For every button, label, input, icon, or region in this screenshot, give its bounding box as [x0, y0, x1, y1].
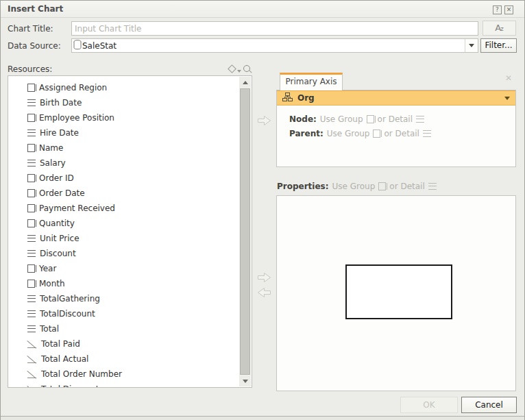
dimension-field-icon [27, 204, 35, 212]
resource-item[interactable]: Total Discount [8, 382, 240, 387]
close-button[interactable]: ✕ [504, 5, 513, 14]
measure-field-icon [27, 235, 36, 242]
parent-row: Parent: Use Group or Detail [289, 129, 431, 138]
or-detail-label: or Detail [378, 114, 413, 124]
org-chart-icon [282, 92, 293, 103]
calculated-field-icon [27, 386, 37, 388]
node-row: Node: Use Group or Detail [289, 114, 424, 124]
resource-item[interactable]: Total Actual [8, 351, 240, 367]
arrow-right-icon [257, 115, 271, 126]
tab-close-icon[interactable]: ✕ [505, 73, 512, 83]
data-source-dropdown[interactable]: SaleStat [71, 38, 478, 53]
or-detail-label: or Detail [384, 129, 419, 138]
axis-field-name: Org [297, 93, 315, 103]
close-icon: ✕ [506, 6, 512, 13]
resource-item[interactable]: Order ID [8, 171, 240, 186]
title-bar: Insert Chart ? ✕ [1, 1, 524, 18]
remove-from-properties-button[interactable] [257, 287, 271, 298]
dimension-field-icon [27, 114, 35, 122]
resource-item-label: TotalDiscount [40, 309, 95, 319]
node-label: Node: [289, 114, 317, 124]
group-field-drop-icon[interactable] [373, 129, 380, 138]
resource-item[interactable]: Employee Position [8, 110, 240, 125]
resources-scrollbar[interactable] [239, 77, 251, 386]
dimension-field-icon [27, 174, 35, 182]
resource-item[interactable]: Total [8, 321, 240, 336]
resource-item[interactable]: Birth Date [8, 95, 240, 110]
properties-label: Properties: [277, 182, 329, 191]
axis-field-header[interactable]: Org [277, 90, 515, 106]
database-icon [73, 40, 82, 52]
resource-item-label: Assigned Region [39, 83, 107, 92]
use-group-label: Use Group [332, 182, 376, 191]
dialog-title: Insert Chart [8, 4, 63, 14]
tab-primary-axis[interactable]: Primary Axis [280, 73, 343, 90]
move-to-axis-button[interactable] [257, 115, 271, 126]
resource-item[interactable]: Year [8, 261, 240, 276]
resource-item[interactable]: Salary [8, 156, 240, 171]
resource-item[interactable]: Assigned Region [8, 80, 240, 95]
font-style-button[interactable]: Az [483, 21, 516, 36]
group-field-drop-icon[interactable] [367, 115, 374, 123]
resource-item[interactable]: TotalDiscount [8, 306, 240, 321]
resource-item[interactable]: Order Date [8, 186, 240, 201]
help-icon: ? [496, 6, 499, 13]
measure-field-icon [27, 250, 36, 257]
resource-item[interactable]: Total Paid [8, 336, 240, 351]
chevron-down-icon[interactable] [504, 97, 510, 100]
move-to-properties-button[interactable] [257, 272, 271, 283]
measure-field-icon [27, 310, 36, 317]
resource-item-label: Order ID [39, 173, 74, 183]
data-source-value: SaleStat [82, 41, 117, 51]
resource-item-label: Total [40, 324, 59, 334]
properties-panel [276, 195, 516, 391]
detail-field-drop-icon[interactable] [423, 130, 431, 137]
dimension-field-icon [27, 84, 35, 92]
measure-field-icon [27, 160, 36, 166]
measure-field-icon [27, 325, 36, 332]
resource-item-label: Name [39, 143, 63, 153]
scrollbar-thumb[interactable] [240, 88, 250, 375]
calculated-field-icon [27, 356, 37, 363]
chart-title-input[interactable] [71, 21, 478, 36]
resource-item-label: Birth Date [40, 98, 82, 108]
font-icon: Az [495, 23, 504, 33]
resource-item-label: Discount [40, 249, 76, 258]
resource-item[interactable]: Discount [8, 246, 240, 261]
or-detail-label: or Detail [389, 182, 424, 191]
resource-item[interactable]: Payment Received [8, 201, 240, 216]
resource-item[interactable]: Unit Price [8, 231, 240, 246]
detail-field-drop-icon[interactable] [428, 183, 437, 190]
resource-item[interactable]: Month [8, 276, 240, 291]
sort-icon[interactable] [228, 64, 236, 73]
properties-header: Properties: Use Group or Detail [277, 182, 437, 191]
dialog-bottom-frame [1, 416, 524, 420]
resource-item[interactable]: TotalGathering [8, 291, 240, 306]
use-group-label: Use Group [320, 114, 363, 124]
resource-item[interactable]: Name [8, 140, 240, 156]
detail-field-drop-icon[interactable] [416, 116, 424, 123]
resource-item-label: Total Order Number [41, 369, 122, 379]
sort-menu-caret-icon[interactable] [237, 70, 241, 73]
data-source-dropdown-button[interactable] [465, 39, 478, 52]
group-field-drop-icon[interactable] [378, 182, 386, 190]
resource-item[interactable]: Total Order Number [8, 367, 240, 382]
scroll-down-button[interactable] [239, 375, 251, 386]
search-icon[interactable] [243, 65, 250, 72]
insert-chart-dialog: Insert Chart ? ✕ Chart Title: Az Data So… [0, 0, 525, 420]
resources-list: Assigned RegionBirth DateEmployee Positi… [8, 75, 252, 388]
resource-item[interactable]: Hire Date [8, 125, 240, 140]
resource-item-label: Year [39, 264, 56, 273]
filter-button[interactable]: Filter... [480, 38, 517, 53]
chevron-down-icon [469, 44, 474, 47]
help-button[interactable]: ? [493, 5, 502, 14]
dimension-field-icon [27, 189, 35, 197]
resource-item[interactable]: Quantity [8, 216, 240, 231]
ok-button[interactable]: OK [400, 397, 458, 413]
resource-item-label: Quantity [39, 219, 75, 228]
cancel-button[interactable]: Cancel [461, 397, 517, 413]
chart-title-label: Chart Title: [8, 24, 53, 34]
scroll-up-button[interactable] [239, 77, 251, 88]
measure-field-icon [27, 99, 36, 106]
resource-item-label: Unit Price [40, 234, 80, 243]
